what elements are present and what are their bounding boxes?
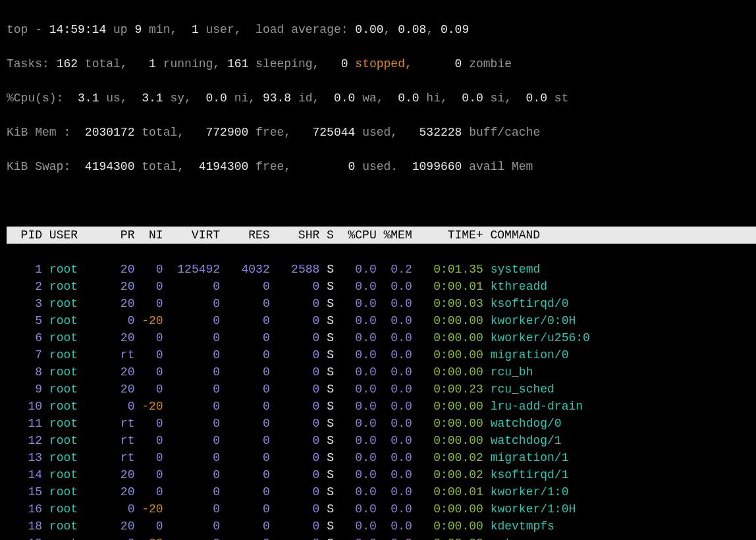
col-time: 0:01.35 [412, 263, 483, 276]
col-shr: 0 [270, 348, 320, 362]
col-time: 0:00.00 [412, 537, 483, 540]
process-row[interactable]: 14 root 20 0 0 0 0 S 0.0 0.0 0:00.02 kso… [7, 466, 756, 483]
col-pid: 2 [7, 280, 42, 293]
col-command: kthreadd [491, 280, 547, 293]
col-ni: 0 [134, 468, 163, 481]
process-row[interactable]: 1 root 20 0 125492 4032 2588 S 0.0 0.2 0… [7, 261, 756, 278]
col-time: 0:00.01 [412, 485, 483, 499]
process-row[interactable]: 16 root 0 -20 0 0 0 S 0.0 0.0 0:00.00 kw… [7, 500, 756, 518]
col-state: S [319, 383, 334, 396]
process-row[interactable]: 3 root 20 0 0 0 0 S 0.0 0.0 0:00.03 ksof… [7, 295, 756, 312]
col-mem: 0.0 [377, 502, 412, 516]
col-user: root [49, 520, 113, 533]
col-res: 0 [220, 400, 270, 413]
col-time: 0:00.03 [412, 297, 483, 310]
process-row[interactable]: 18 root 20 0 0 0 0 S 0.0 0.0 0:00.00 kde… [7, 518, 756, 535]
col-virt: 0 [163, 417, 220, 430]
process-row[interactable]: 5 root 0 -20 0 0 0 S 0.0 0.0 0:00.00 kwo… [7, 312, 756, 329]
col-command: kworker/1:0 [491, 485, 569, 499]
col-user: root [49, 280, 113, 293]
col-pr: 20 [113, 331, 134, 344]
col-ni: -20 [134, 537, 163, 540]
col-time: 0:00.02 [412, 468, 483, 481]
summary-line-tasks: Tasks: 162 total, 1 running, 161 sleepin… [7, 55, 756, 72]
process-table-header[interactable]: PID USER PR NI VIRT RES SHR S %CPU %MEM … [7, 227, 756, 244]
col-cpu: 0.0 [334, 263, 377, 276]
col-user: root [49, 297, 113, 310]
col-command: rcu_sched [491, 383, 554, 396]
col-cpu: 0.0 [334, 314, 377, 327]
col-state: S [319, 314, 334, 327]
col-mem: 0.0 [377, 485, 412, 499]
col-pr: rt [113, 434, 134, 447]
process-row[interactable]: 15 root 20 0 0 0 0 S 0.0 0.0 0:00.01 kwo… [7, 483, 756, 500]
col-pr: rt [113, 417, 134, 430]
col-shr: 0 [270, 365, 320, 379]
col-pr: 20 [113, 485, 134, 499]
col-state: S [319, 263, 334, 276]
col-command: migration/1 [491, 451, 569, 464]
col-cpu: 0.0 [334, 434, 377, 447]
time: 14:59:14 [49, 23, 106, 36]
col-command: kworker/1:0H [491, 502, 576, 516]
process-row[interactable]: 11 root rt 0 0 0 0 S 0.0 0.0 0:00.00 wat… [7, 415, 756, 432]
col-pr: 0 [113, 502, 134, 516]
process-row[interactable]: 19 root 0 -20 0 0 0 S 0.0 0.0 0:00.00 ne… [7, 535, 756, 540]
col-virt: 0 [163, 485, 220, 499]
col-ni: 0 [134, 520, 163, 533]
col-user: root [49, 502, 113, 516]
col-virt: 0 [163, 280, 220, 293]
col-state: S [319, 280, 334, 293]
process-row[interactable]: 8 root 20 0 0 0 0 S 0.0 0.0 0:00.00 rcu_… [7, 364, 756, 381]
col-pr: 20 [113, 297, 134, 310]
col-res: 0 [220, 331, 270, 344]
process-row[interactable]: 10 root 0 -20 0 0 0 S 0.0 0.0 0:00.00 lr… [7, 398, 756, 415]
col-res: 0 [220, 417, 270, 430]
col-pr: rt [113, 451, 134, 464]
col-command: kworker/0:0H [491, 314, 576, 327]
col-shr: 0 [270, 485, 320, 499]
col-mem: 0.0 [377, 297, 412, 310]
col-state: S [319, 520, 334, 533]
col-command: watchdog/0 [491, 417, 562, 430]
process-row[interactable]: 2 root 20 0 0 0 0 S 0.0 0.0 0:00.01 kthr… [7, 278, 756, 295]
col-state: S [319, 400, 334, 413]
process-row[interactable]: 12 root rt 0 0 0 0 S 0.0 0.0 0:00.00 wat… [7, 432, 756, 449]
col-ni: 0 [134, 485, 163, 499]
col-command: ksoftirqd/0 [491, 297, 569, 310]
col-res: 0 [220, 520, 270, 533]
col-cpu: 0.0 [334, 417, 377, 430]
process-row[interactable]: 9 root 20 0 0 0 0 S 0.0 0.0 0:00.23 rcu_… [7, 381, 756, 398]
col-pid: 8 [7, 365, 42, 379]
col-time: 0:00.00 [412, 520, 483, 533]
col-virt: 0 [163, 297, 220, 310]
col-res: 0 [220, 468, 270, 481]
col-virt: 0 [163, 400, 220, 413]
col-mem: 0.0 [377, 365, 412, 379]
col-user: root [49, 434, 113, 447]
col-state: S [319, 417, 334, 430]
process-row[interactable]: 6 root 20 0 0 0 0 S 0.0 0.0 0:00.00 kwor… [7, 329, 756, 346]
col-time: 0:00.00 [412, 314, 483, 327]
col-ni: 0 [134, 417, 163, 430]
col-virt: 0 [163, 468, 220, 481]
col-cpu: 0.0 [334, 365, 377, 379]
col-command: systemd [491, 263, 541, 276]
col-pid: 5 [7, 314, 42, 327]
col-cpu: 0.0 [334, 297, 377, 310]
col-res: 0 [220, 434, 270, 447]
col-command: kworker/u256:0 [491, 331, 590, 344]
col-res: 0 [220, 348, 270, 362]
col-shr: 2588 [270, 263, 320, 276]
process-row[interactable]: 7 root rt 0 0 0 0 S 0.0 0.0 0:00.00 migr… [7, 346, 756, 364]
col-virt: 0 [163, 331, 220, 344]
col-res: 0 [220, 314, 270, 327]
col-cpu: 0.0 [334, 331, 377, 344]
process-row[interactable]: 13 root rt 0 0 0 0 S 0.0 0.0 0:00.02 mig… [7, 449, 756, 466]
col-user: root [49, 314, 113, 327]
col-time: 0:00.00 [412, 417, 483, 430]
col-shr: 0 [270, 400, 320, 413]
col-mem: 0.0 [377, 383, 412, 396]
col-ni: -20 [134, 502, 163, 516]
col-time: 0:00.00 [412, 348, 483, 362]
